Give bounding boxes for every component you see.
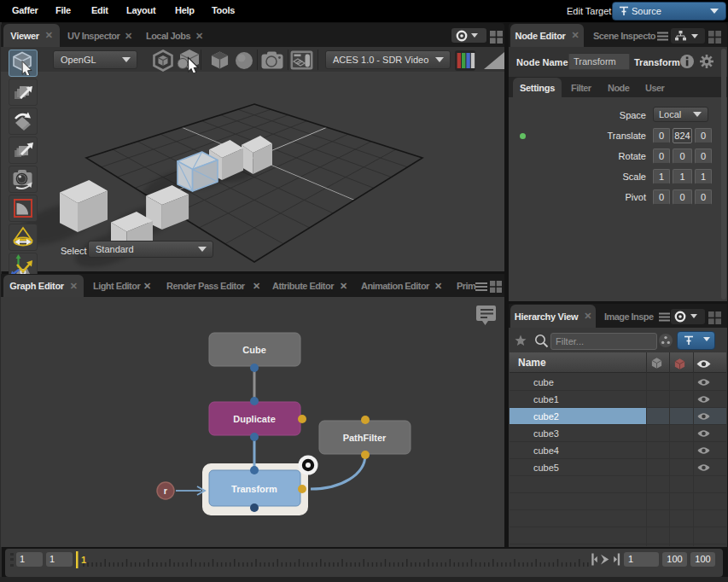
svg-text:1: 1	[81, 555, 86, 565]
